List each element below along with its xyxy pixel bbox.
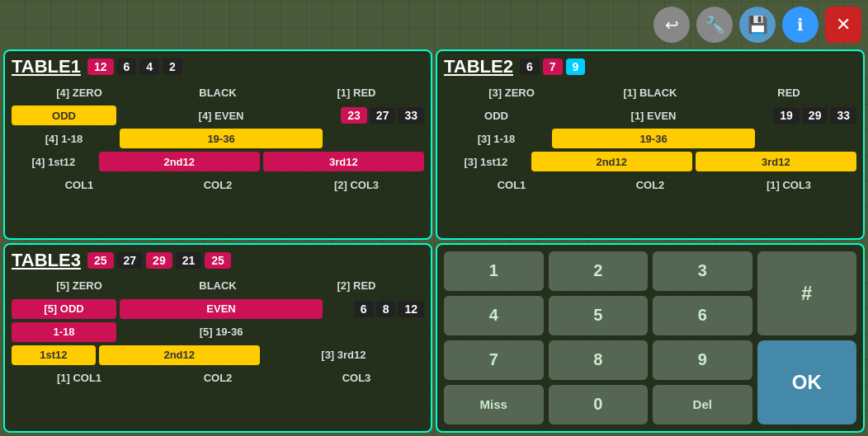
table1-row-col: COL1 COL2 [2] COL3: [12, 175, 424, 195]
table2-col3: [1] COL3: [721, 175, 856, 195]
table2-even: [1] EVEN: [552, 105, 755, 125]
table3-zero: [5] ZERO: [12, 276, 147, 296]
table3-panel: TABLE3 25 27 29 21 25 [5] ZERO BLACK [2]…: [3, 243, 432, 434]
table3-2nd12: 2nd12: [99, 345, 260, 365]
table1-badge-3: 2: [163, 59, 182, 75]
table1-header: TABLE1 12 6 4 2: [12, 56, 424, 77]
table3-num-8: 8: [376, 301, 396, 317]
table1-badge-0: 12: [87, 59, 114, 75]
toolbar: ↩ 🔧 💾 ℹ ✕: [653, 7, 861, 43]
table3-title: TABLE3: [12, 250, 81, 271]
table2-header: TABLE2 6 7 9: [444, 56, 856, 77]
ok-button[interactable]: OK: [757, 340, 857, 424]
num-1-button[interactable]: 1: [444, 251, 544, 291]
table3-even: EVEN: [120, 299, 323, 319]
table1-title: TABLE1: [12, 56, 81, 77]
table3-badge-4: 25: [205, 252, 231, 269]
table3-red: [2] RED: [289, 276, 424, 296]
table1-2nd12: 2nd12: [99, 152, 260, 171]
table2-num-33: 33: [830, 107, 856, 124]
table3-badge-2: 29: [146, 252, 172, 269]
hash-button[interactable]: #: [757, 251, 857, 335]
table3-badge-1: 27: [117, 252, 144, 269]
table1-col3: [2] COL3: [289, 175, 424, 195]
wrench-button[interactable]: 🔧: [696, 7, 733, 43]
table1-black: BLACK: [150, 82, 285, 102]
table2-2nd12: 2nd12: [531, 152, 692, 171]
table1-3rd12: 3rd12: [263, 152, 424, 171]
table3-row-range: 1-18 [5] 19-36: [12, 322, 424, 342]
miss-button[interactable]: Miss: [444, 385, 544, 424]
table1-num-27: 27: [370, 107, 396, 124]
table1-badge-1: 6: [117, 59, 137, 75]
table3-num-12: 12: [398, 301, 424, 317]
table2-badge-0: 6: [520, 59, 540, 75]
table3-black: BLACK: [150, 276, 285, 296]
table1-1936: 19-36: [120, 129, 323, 148]
table2-1st12: [3] 1st12: [444, 152, 528, 171]
table3-col2: COL2: [150, 368, 285, 388]
table2-badge-1: 7: [543, 59, 563, 75]
table1-row-zero: [4] ZERO BLACK [1] RED: [12, 82, 424, 102]
table2-odd: ODD: [444, 105, 549, 125]
table1-zero: [4] ZERO: [12, 82, 147, 102]
table1-badge-2: 4: [139, 59, 159, 75]
table2-col2: COL2: [583, 175, 718, 195]
table1-num-23: 23: [341, 107, 367, 124]
table1-red: [1] RED: [289, 82, 424, 102]
table3-row-odd: [5] ODD EVEN 6 8 12: [12, 299, 424, 319]
num-0-button[interactable]: 0: [549, 385, 649, 424]
table3-header: TABLE3 25 27 29 21 25: [12, 250, 424, 271]
num-9-button[interactable]: 9: [653, 340, 752, 380]
num-5-button[interactable]: 5: [549, 296, 649, 335]
table2-row-odd: ODD [1] EVEN 19 29 33: [444, 105, 856, 125]
num-3-button[interactable]: 3: [653, 251, 752, 291]
save-button[interactable]: 💾: [739, 7, 776, 43]
table3-1936: [5] 19-36: [120, 322, 323, 342]
table3-num-6: 6: [354, 301, 374, 317]
table3-badge-0: 25: [87, 252, 114, 269]
info-button[interactable]: ℹ: [782, 7, 818, 43]
table3-col3: COL3: [289, 368, 424, 388]
table1-odd: ODD: [12, 105, 116, 125]
table1-1st12: [4] 1st12: [12, 152, 96, 171]
table3-badge-3: 21: [176, 252, 202, 269]
table3-row-col: [1] COL1 COL2 COL3: [12, 368, 424, 388]
table2-3rd12: 3rd12: [696, 152, 856, 171]
table2-row-col: COL1 COL2 [1] COL3: [444, 175, 856, 195]
table2-col1: COL1: [444, 175, 579, 195]
table2-row-zero: [3] ZERO [1] BLACK RED: [444, 82, 856, 102]
table1-panel: TABLE1 12 6 4 2 [4] ZERO BLACK [1] RED O…: [3, 49, 432, 240]
table3-3rd12: [3] 3rd12: [263, 345, 424, 365]
table2-black: [1] BLACK: [583, 82, 718, 102]
table2-zero: [3] ZERO: [444, 82, 579, 102]
table2-badge-2: 9: [566, 59, 586, 75]
table1-118: [4] 1-18: [12, 129, 116, 148]
main-grid: TABLE1 12 6 4 2 [4] ZERO BLACK [1] RED O…: [3, 49, 865, 433]
table2-118: [3] 1-18: [444, 129, 549, 148]
table2-row-range: [3] 1-18 19-36: [444, 129, 856, 148]
table2-title: TABLE2: [444, 56, 513, 77]
num-8-button[interactable]: 8: [549, 340, 649, 380]
table3-col1: [1] COL1: [12, 368, 147, 388]
del-button[interactable]: Del: [653, 385, 752, 424]
num-4-button[interactable]: 4: [444, 296, 544, 335]
num-6-button[interactable]: 6: [653, 296, 752, 335]
table1-col1: COL1: [12, 175, 147, 195]
table3-row-dozen: 1st12 2nd12 [3] 3rd12: [12, 345, 424, 365]
table1-even: [4] EVEN: [120, 105, 323, 125]
table3-1st12: 1st12: [12, 345, 96, 365]
table2-row-dozen: [3] 1st12 2nd12 3rd12: [444, 152, 856, 171]
table1-col2: COL2: [150, 175, 285, 195]
table3-row-zero: [5] ZERO BLACK [2] RED: [12, 276, 424, 296]
table2-red: RED: [721, 82, 856, 102]
table3-odd: [5] ODD: [12, 299, 116, 319]
back-button[interactable]: ↩: [653, 7, 690, 43]
table2-panel: TABLE2 6 7 9 [3] ZERO [1] BLACK RED ODD …: [436, 49, 865, 240]
table3-118: 1-18: [12, 322, 116, 342]
num-7-button[interactable]: 7: [444, 340, 544, 380]
close-button[interactable]: ✕: [825, 7, 861, 43]
table1-row-dozen: [4] 1st12 2nd12 3rd12: [12, 152, 424, 171]
table2-num-19: 19: [773, 107, 800, 124]
num-2-button[interactable]: 2: [549, 251, 649, 291]
